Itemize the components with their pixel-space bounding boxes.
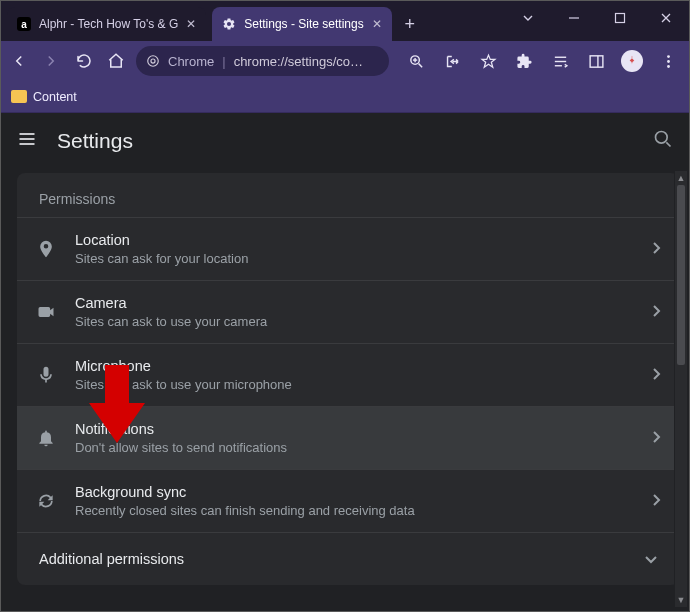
window-controls: [505, 1, 689, 35]
close-icon[interactable]: ✕: [372, 17, 382, 31]
svg-point-13: [667, 55, 670, 58]
row-title: Notifications: [75, 421, 653, 437]
svg-point-19: [656, 131, 668, 143]
scroll-down-icon[interactable]: ▼: [675, 593, 687, 607]
zoom-icon[interactable]: [401, 46, 431, 76]
minimize-button[interactable]: [551, 1, 597, 35]
microphone-icon: [35, 364, 57, 386]
row-camera[interactable]: Camera Sites can ask to use your camera: [17, 280, 679, 343]
section-label: Permissions: [17, 173, 679, 217]
chevron-right-icon: [653, 366, 661, 384]
omnibox-url: chrome://settings/co…: [234, 54, 363, 69]
chevron-right-icon: [653, 429, 661, 447]
close-icon[interactable]: ✕: [186, 17, 196, 31]
svg-rect-11: [590, 55, 603, 66]
profile-avatar[interactable]: [617, 46, 647, 76]
back-button[interactable]: [7, 46, 31, 76]
row-microphone[interactable]: Microphone Sites can ask to use your mic…: [17, 343, 679, 406]
new-tab-button[interactable]: +: [396, 10, 424, 38]
location-icon: [35, 238, 57, 260]
vertical-scrollbar[interactable]: ▲ ▼: [674, 171, 687, 607]
chevron-right-icon: [653, 492, 661, 510]
chevron-right-icon: [653, 303, 661, 321]
chevron-down-icon: [645, 551, 657, 567]
caret-down-icon[interactable]: [505, 1, 551, 35]
additional-label: Additional permissions: [39, 551, 184, 567]
tab-settings[interactable]: Settings - Site settings ✕: [212, 7, 391, 41]
tab-title: Alphr - Tech How To's & G: [39, 17, 178, 31]
row-sub: Sites can ask to use your microphone: [75, 377, 653, 392]
row-sub: Recently closed sites can finish sending…: [75, 503, 653, 518]
tab-title: Settings - Site settings: [244, 17, 363, 31]
folder-icon: [11, 90, 27, 103]
address-bar: Chrome | chrome://settings/co…: [1, 41, 689, 81]
chrome-icon: [146, 54, 160, 68]
omnibox-scheme-label: Chrome: [168, 54, 214, 69]
bookmark-star-icon[interactable]: [473, 46, 503, 76]
svg-point-2: [148, 56, 159, 67]
maximize-button[interactable]: [597, 1, 643, 35]
forward-button[interactable]: [39, 46, 63, 76]
settings-content: Permissions Location Sites can ask for y…: [1, 169, 689, 611]
scrollbar-thumb[interactable]: [677, 185, 685, 365]
home-button[interactable]: [104, 46, 128, 76]
reading-list-icon[interactable]: [545, 46, 575, 76]
row-background-sync[interactable]: Background sync Recently closed sites ca…: [17, 469, 679, 532]
permissions-card: Permissions Location Sites can ask for y…: [17, 173, 679, 585]
row-notifications[interactable]: Notifications Don't allow sites to send …: [17, 406, 679, 469]
close-window-button[interactable]: [643, 1, 689, 35]
row-location[interactable]: Location Sites can ask for your location: [17, 217, 679, 280]
svg-point-3: [151, 59, 155, 63]
svg-line-20: [666, 142, 670, 146]
share-icon[interactable]: [437, 46, 467, 76]
omnibox[interactable]: Chrome | chrome://settings/co…: [136, 46, 389, 76]
row-additional-permissions[interactable]: Additional permissions: [17, 532, 679, 585]
scroll-up-icon[interactable]: ▲: [675, 171, 687, 185]
settings-page-header: Settings: [1, 113, 689, 169]
alphr-favicon-icon: a: [17, 17, 31, 31]
chevron-right-icon: [653, 240, 661, 258]
sync-icon: [35, 490, 57, 512]
row-title: Background sync: [75, 484, 653, 500]
row-sub: Sites can ask for your location: [75, 251, 653, 266]
bookmark-content-folder[interactable]: Content: [11, 90, 77, 104]
row-sub: Sites can ask to use your camera: [75, 314, 653, 329]
row-title: Camera: [75, 295, 653, 311]
svg-rect-1: [616, 14, 625, 23]
svg-point-15: [667, 65, 670, 68]
gear-icon: [222, 17, 236, 31]
side-panel-icon[interactable]: [581, 46, 611, 76]
camera-icon: [35, 301, 57, 323]
row-title: Microphone: [75, 358, 653, 374]
menu-button[interactable]: [653, 46, 683, 76]
window-titlebar: a Alphr - Tech How To's & G ✕ Settings -…: [1, 1, 689, 41]
reload-button[interactable]: [72, 46, 96, 76]
row-title: Location: [75, 232, 653, 248]
bookmarks-bar: Content: [1, 81, 689, 113]
tab-alphr[interactable]: a Alphr - Tech How To's & G ✕: [7, 7, 206, 41]
bookmark-label: Content: [33, 90, 77, 104]
row-sub: Don't allow sites to send notifications: [75, 440, 653, 455]
svg-line-5: [418, 63, 422, 67]
svg-point-14: [667, 60, 670, 63]
page-title: Settings: [57, 129, 133, 153]
bell-icon: [35, 427, 57, 449]
menu-icon[interactable]: [17, 129, 37, 153]
extensions-icon[interactable]: [509, 46, 539, 76]
search-icon[interactable]: [653, 129, 673, 153]
